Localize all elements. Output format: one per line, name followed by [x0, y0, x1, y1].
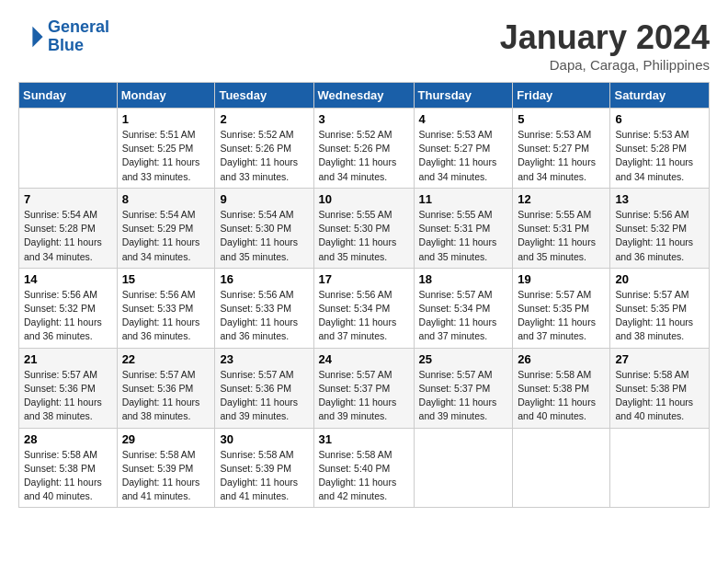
calendar-cell: 30Sunrise: 5:58 AM Sunset: 5:39 PM Dayli…	[215, 428, 313, 508]
column-header-monday: Monday	[117, 83, 215, 109]
day-number: 20	[615, 272, 704, 286]
day-number: 14	[24, 272, 112, 286]
day-info: Sunrise: 5:57 AM Sunset: 5:34 PM Dayligh…	[419, 288, 508, 344]
calendar-header-row: SundayMondayTuesdayWednesdayThursdayFrid…	[19, 83, 710, 109]
day-number: 1	[122, 112, 210, 126]
calendar-cell: 3Sunrise: 5:52 AM Sunset: 5:26 PM Daylig…	[313, 109, 414, 189]
calendar-cell: 18Sunrise: 5:57 AM Sunset: 5:34 PM Dayli…	[414, 268, 513, 348]
calendar-cell: 10Sunrise: 5:55 AM Sunset: 5:30 PM Dayli…	[313, 188, 414, 268]
day-number: 24	[319, 352, 409, 366]
day-info: Sunrise: 5:57 AM Sunset: 5:36 PM Dayligh…	[220, 368, 308, 424]
day-info: Sunrise: 5:57 AM Sunset: 5:37 PM Dayligh…	[419, 368, 508, 424]
day-number: 6	[615, 112, 704, 126]
column-header-sunday: Sunday	[19, 83, 118, 109]
day-number: 18	[419, 272, 508, 286]
day-info: Sunrise: 5:58 AM Sunset: 5:38 PM Dayligh…	[24, 448, 112, 504]
day-info: Sunrise: 5:51 AM Sunset: 5:25 PM Dayligh…	[122, 128, 210, 184]
day-number: 30	[220, 432, 308, 446]
calendar-cell: 22Sunrise: 5:57 AM Sunset: 5:36 PM Dayli…	[117, 348, 215, 428]
day-number: 16	[220, 272, 308, 286]
calendar-cell: 15Sunrise: 5:56 AM Sunset: 5:33 PM Dayli…	[117, 268, 215, 348]
day-info: Sunrise: 5:57 AM Sunset: 5:36 PM Dayligh…	[122, 368, 210, 424]
day-info: Sunrise: 5:53 AM Sunset: 5:28 PM Dayligh…	[615, 128, 704, 184]
day-number: 17	[319, 272, 409, 286]
day-info: Sunrise: 5:58 AM Sunset: 5:38 PM Dayligh…	[518, 368, 605, 424]
calendar-week-5: 28Sunrise: 5:58 AM Sunset: 5:38 PM Dayli…	[19, 428, 710, 508]
day-number: 10	[319, 192, 409, 206]
column-header-friday: Friday	[513, 83, 610, 109]
day-number: 28	[24, 432, 112, 446]
day-number: 22	[122, 352, 210, 366]
calendar-cell	[513, 428, 610, 508]
day-info: Sunrise: 5:56 AM Sunset: 5:33 PM Dayligh…	[122, 288, 210, 344]
page-header: General Blue January 2024 Dapa, Caraga, …	[18, 18, 710, 73]
day-info: Sunrise: 5:55 AM Sunset: 5:30 PM Dayligh…	[319, 208, 409, 264]
day-info: Sunrise: 5:54 AM Sunset: 5:28 PM Dayligh…	[24, 208, 112, 264]
logo-line2: Blue	[48, 36, 84, 54]
calendar-cell	[610, 428, 710, 508]
calendar-cell: 14Sunrise: 5:56 AM Sunset: 5:32 PM Dayli…	[19, 268, 118, 348]
calendar-cell: 25Sunrise: 5:57 AM Sunset: 5:37 PM Dayli…	[414, 348, 513, 428]
day-number: 26	[518, 352, 605, 366]
column-header-thursday: Thursday	[414, 83, 513, 109]
calendar-cell: 9Sunrise: 5:54 AM Sunset: 5:30 PM Daylig…	[215, 188, 313, 268]
day-number: 29	[122, 432, 210, 446]
calendar-cell: 7Sunrise: 5:54 AM Sunset: 5:28 PM Daylig…	[19, 188, 118, 268]
day-number: 13	[615, 192, 704, 206]
day-number: 25	[419, 352, 508, 366]
calendar-cell	[19, 109, 118, 189]
column-header-tuesday: Tuesday	[215, 83, 313, 109]
day-number: 31	[319, 432, 409, 446]
calendar-cell: 23Sunrise: 5:57 AM Sunset: 5:36 PM Dayli…	[215, 348, 313, 428]
day-number: 19	[518, 272, 605, 286]
calendar-cell: 19Sunrise: 5:57 AM Sunset: 5:35 PM Dayli…	[513, 268, 610, 348]
day-number: 23	[220, 352, 308, 366]
logo-icon	[18, 24, 44, 50]
day-info: Sunrise: 5:55 AM Sunset: 5:31 PM Dayligh…	[518, 208, 605, 264]
day-info: Sunrise: 5:57 AM Sunset: 5:36 PM Dayligh…	[24, 368, 112, 424]
month-title: January 2024	[500, 18, 710, 57]
calendar-week-3: 14Sunrise: 5:56 AM Sunset: 5:32 PM Dayli…	[19, 268, 710, 348]
day-number: 12	[518, 192, 605, 206]
day-info: Sunrise: 5:57 AM Sunset: 5:35 PM Dayligh…	[615, 288, 704, 344]
calendar-cell: 26Sunrise: 5:58 AM Sunset: 5:38 PM Dayli…	[513, 348, 610, 428]
day-number: 15	[122, 272, 210, 286]
day-info: Sunrise: 5:56 AM Sunset: 5:32 PM Dayligh…	[24, 288, 112, 344]
calendar-cell: 12Sunrise: 5:55 AM Sunset: 5:31 PM Dayli…	[513, 188, 610, 268]
calendar-cell: 28Sunrise: 5:58 AM Sunset: 5:38 PM Dayli…	[19, 428, 118, 508]
day-info: Sunrise: 5:58 AM Sunset: 5:38 PM Dayligh…	[615, 368, 704, 424]
calendar-cell: 6Sunrise: 5:53 AM Sunset: 5:28 PM Daylig…	[610, 109, 710, 189]
day-info: Sunrise: 5:54 AM Sunset: 5:29 PM Dayligh…	[122, 208, 210, 264]
day-number: 5	[518, 112, 605, 126]
day-number: 9	[220, 192, 308, 206]
calendar-table: SundayMondayTuesdayWednesdayThursdayFrid…	[18, 82, 710, 508]
day-number: 21	[24, 352, 112, 366]
day-number: 27	[615, 352, 704, 366]
calendar-cell	[414, 428, 513, 508]
day-info: Sunrise: 5:58 AM Sunset: 5:39 PM Dayligh…	[122, 448, 210, 504]
day-number: 7	[24, 192, 112, 206]
day-number: 4	[419, 112, 508, 126]
calendar-cell: 27Sunrise: 5:58 AM Sunset: 5:38 PM Dayli…	[610, 348, 710, 428]
location: Dapa, Caraga, Philippines	[500, 57, 710, 73]
calendar-cell: 31Sunrise: 5:58 AM Sunset: 5:40 PM Dayli…	[313, 428, 414, 508]
logo-text: General Blue	[48, 18, 109, 55]
calendar-cell: 1Sunrise: 5:51 AM Sunset: 5:25 PM Daylig…	[117, 109, 215, 189]
day-info: Sunrise: 5:56 AM Sunset: 5:33 PM Dayligh…	[220, 288, 308, 344]
day-info: Sunrise: 5:56 AM Sunset: 5:32 PM Dayligh…	[615, 208, 704, 264]
day-info: Sunrise: 5:58 AM Sunset: 5:40 PM Dayligh…	[319, 448, 409, 504]
calendar-cell: 11Sunrise: 5:55 AM Sunset: 5:31 PM Dayli…	[414, 188, 513, 268]
logo: General Blue	[18, 18, 109, 55]
day-number: 3	[319, 112, 409, 126]
calendar-cell: 4Sunrise: 5:53 AM Sunset: 5:27 PM Daylig…	[414, 109, 513, 189]
calendar-cell: 20Sunrise: 5:57 AM Sunset: 5:35 PM Dayli…	[610, 268, 710, 348]
day-info: Sunrise: 5:53 AM Sunset: 5:27 PM Dayligh…	[518, 128, 605, 184]
day-info: Sunrise: 5:57 AM Sunset: 5:37 PM Dayligh…	[319, 368, 409, 424]
day-info: Sunrise: 5:58 AM Sunset: 5:39 PM Dayligh…	[220, 448, 308, 504]
column-header-wednesday: Wednesday	[313, 83, 414, 109]
day-info: Sunrise: 5:52 AM Sunset: 5:26 PM Dayligh…	[319, 128, 409, 184]
calendar-cell: 24Sunrise: 5:57 AM Sunset: 5:37 PM Dayli…	[313, 348, 414, 428]
logo-line1: General	[48, 17, 109, 36]
calendar-cell: 8Sunrise: 5:54 AM Sunset: 5:29 PM Daylig…	[117, 188, 215, 268]
calendar-week-2: 7Sunrise: 5:54 AM Sunset: 5:28 PM Daylig…	[19, 188, 710, 268]
